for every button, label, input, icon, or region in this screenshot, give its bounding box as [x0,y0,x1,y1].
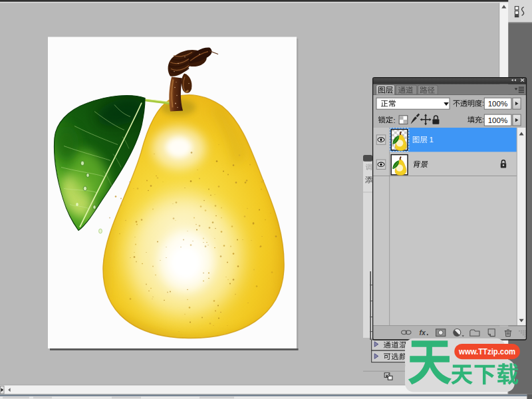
svg-text::: : [394,116,396,124]
svg-text::: : [482,99,484,107]
svg-text:1: 1 [429,136,433,144]
svg-text:www.TTzip.com: www.TTzip.com [458,346,515,356]
svg-text:100%: 100% [488,99,508,108]
svg-text:fx: fx [420,329,426,336]
svg-text:100%: 100% [488,116,508,124]
svg-text::: : [482,116,484,124]
